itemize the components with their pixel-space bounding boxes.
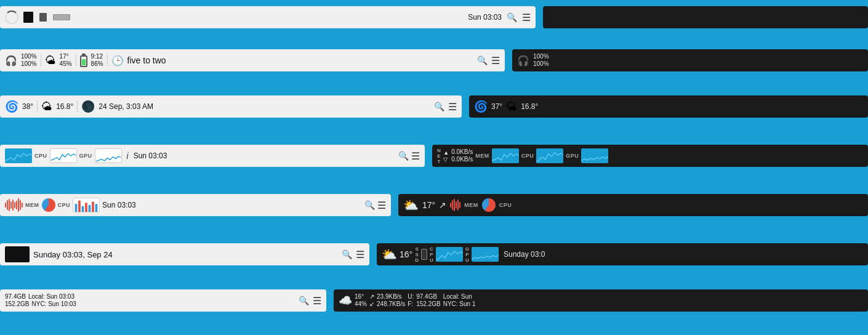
row4-dark-bar: N E T ▲ ▽ 0.0KB/s 0.0KB/s MEM CPU GPU: [432, 145, 868, 167]
svg-rect-3: [85, 203, 87, 212]
row3-menu-icon[interactable]: ☰: [448, 101, 457, 113]
gpu-chart-dark2: [472, 247, 499, 262]
cpu-chart-dark2: [436, 247, 463, 262]
row3-search-icon[interactable]: 🔍: [434, 102, 444, 111]
battery-icon: [80, 54, 87, 67]
net-arrows-dark: ▲ ▽: [443, 150, 449, 163]
headphone-pct-dark: 100% 100%: [533, 53, 549, 68]
row1-search-icon[interactable]: 🔍: [507, 12, 517, 22]
row6-white-bar: Sunday 03:03, Sep 24 🔍 ☰: [0, 243, 369, 265]
sep3: [107, 54, 108, 67]
row1-dark-bar: [543, 6, 868, 28]
location-dark: Local: Sun NYC: Sun 1: [443, 293, 476, 308]
fan-icon-dark: 🌀: [474, 100, 488, 113]
waveform-dark: [450, 198, 460, 212]
cpu-label1: CPU: [34, 153, 47, 159]
row7-white-bar: 97.4GB Local: Sun 03:03 152.2GB NYC: Sun…: [0, 289, 326, 312]
cpu-chart-dark: [536, 148, 563, 163]
row2-white-bar: 🎧 100% 100% 🌤 17° 45% 9:12 86% 🕒 five to…: [0, 49, 505, 71]
pie-dark: [482, 198, 496, 212]
row5: MEM CPU Sun 03:03 🔍 ☰ ⛅ 17° ↗: [0, 194, 868, 216]
uf-labels: U: F:: [408, 293, 414, 308]
cloud-icon-dark2: ☁️: [339, 294, 352, 307]
cloud-icon1: 🌤: [45, 54, 56, 67]
cpu-label-dark2: CPU: [499, 202, 512, 208]
row6: Sunday 03:03, Sep 24 🔍 ☰ ⛅ 16° S S D C P…: [0, 243, 868, 265]
partly-cloudy-icon: ⛅: [403, 198, 419, 212]
cpu-chart-white: [50, 148, 77, 163]
row4: CPU GPU i Sun 03:03 🔍 ☰ N E T ▲ ▽ 0.0KB/…: [0, 145, 868, 167]
row2-dark-bar: 🎧 100% 100%: [512, 49, 868, 71]
row2-search-icon[interactable]: 🔍: [477, 55, 488, 65]
row4-white-bar: CPU GPU i Sun 03:03 🔍 ☰: [0, 145, 425, 167]
row7-menu-icon[interactable]: ☰: [313, 295, 321, 307]
row2-menu-icon[interactable]: ☰: [491, 55, 500, 67]
pie-chart: [42, 198, 55, 212]
row7-dark-bar: ☁️ 16° 44% ↗ ↙ 23.9KB/s 248.7KB/s U: F: …: [334, 289, 868, 312]
cpu-chart-blue: [5, 148, 32, 163]
sep: [37, 100, 38, 113]
mem-label-dark2: MEM: [464, 202, 478, 208]
fan-icon: 🌀: [5, 100, 18, 113]
row3: 🌀 38° 🌤 16.8° 🌑 24 Sep, 3:03 AM 🔍 ☰ 🌀 37…: [0, 95, 868, 118]
gpu-label-vert: G P U: [465, 246, 469, 263]
row3-dark-bar: 🌀 37° 🌤 16.8°: [469, 95, 868, 118]
spinner-icon: [5, 10, 18, 24]
svg-rect-2: [82, 206, 84, 212]
gpu-chart-dark: [581, 148, 608, 163]
svg-rect-6: [95, 204, 98, 212]
sep2: [76, 54, 76, 67]
row1: Sun 03:03 🔍 ☰: [0, 6, 868, 28]
row4-menu-icon[interactable]: ☰: [411, 150, 420, 162]
svg-rect-4: [89, 205, 91, 212]
headphone-icon-dark: 🎧: [517, 55, 529, 67]
row6-dark-bar: ⛅ 16° S S D C P U G P U Sunday 03:0: [377, 243, 868, 265]
dash-icon: [53, 14, 70, 20]
partly-cloudy-icon2: ⛅: [382, 247, 397, 262]
info-icon: i: [127, 151, 129, 161]
row4-search-icon[interactable]: 🔍: [398, 151, 409, 161]
headphone-icon: 🎧: [5, 55, 17, 67]
thumb-icon: [5, 246, 30, 262]
weather-pct: 17° 45%: [60, 53, 72, 68]
storage-info: 97.4GB Local: Sun 03:03 152.2GB NYC: Sun…: [5, 293, 76, 308]
row5-white-bar: MEM CPU Sun 03:03 🔍 ☰: [0, 194, 391, 216]
clock-icon: 🕒: [111, 55, 124, 67]
cloud-icon2: 🌤: [41, 100, 52, 113]
row1-white-bar: Sun 03:03 🔍 ☰: [0, 6, 536, 28]
mem-chart-dark: [492, 148, 519, 163]
cpu-label-vert2: C P U: [430, 246, 433, 263]
sep: [77, 100, 78, 113]
cloud-icon-dark: 🌤: [506, 100, 517, 113]
sep1: [41, 54, 41, 67]
moon-icon: 🌑: [81, 100, 95, 113]
gpu-chart-white: [95, 148, 122, 163]
headphone-pct: 100% 100%: [21, 53, 37, 68]
gpu-label-dark: GPU: [566, 153, 579, 159]
row5-search-icon[interactable]: 🔍: [364, 200, 375, 210]
square-icon1: [23, 12, 33, 23]
svg-rect-5: [92, 202, 94, 212]
row1-menu-icon[interactable]: ☰: [522, 12, 531, 23]
mem-label: MEM: [25, 202, 39, 208]
net-speeds: 0.0KB/s 0.0KB/s: [451, 148, 473, 163]
row7: 97.4GB Local: Sun 03:03 152.2GB NYC: Sun…: [0, 289, 868, 312]
battery-info: 9:12 86%: [91, 53, 103, 68]
row6-menu-icon[interactable]: ☰: [356, 249, 364, 260]
row6-search-icon[interactable]: 🔍: [342, 249, 352, 259]
phone-icon: [421, 249, 427, 260]
cpu-label-dark: CPU: [521, 153, 534, 159]
row5-dark-bar: ⛅ 17° ↗ MEM CPU: [398, 194, 868, 216]
row7-search-icon[interactable]: 🔍: [299, 296, 309, 305]
svg-rect-1: [78, 201, 81, 212]
waveform-icon: [5, 198, 23, 212]
gpu-label1: GPU: [79, 153, 92, 159]
svg-rect-0: [75, 204, 78, 212]
net-arrow-icons: ↗ ↙: [369, 293, 374, 308]
row5-menu-icon[interactable]: ☰: [377, 200, 386, 211]
clock-text: five to two: [127, 55, 166, 65]
net-label-vert: N E T: [437, 148, 441, 164]
row1-time: Sun 03:03: [468, 13, 502, 22]
cpu-label2: CPU: [58, 202, 71, 208]
arrow-icon: ↗: [439, 200, 446, 210]
